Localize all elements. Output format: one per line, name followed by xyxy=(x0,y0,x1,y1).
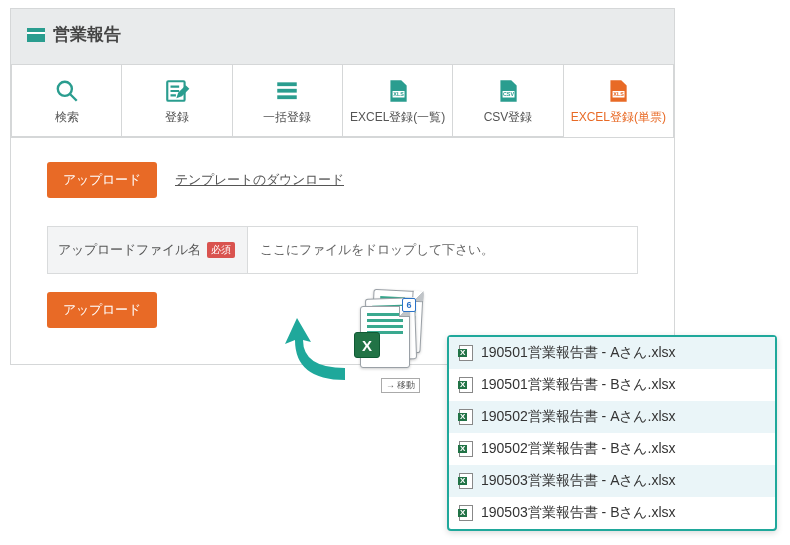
file-name: 190501営業報告書 - Bさん.xlsx xyxy=(481,376,676,394)
xlsx-icon xyxy=(459,377,473,393)
upload-button[interactable]: アップロード xyxy=(47,162,157,198)
svg-text:XLS: XLS xyxy=(393,91,404,97)
xlsx-icon xyxy=(459,441,473,457)
drag-preview: X 6 → 移動 xyxy=(325,300,445,400)
list-icon xyxy=(274,79,300,103)
file-list-popup: 190501営業報告書 - Aさん.xlsx 190501営業報告書 - Bさん… xyxy=(447,335,777,531)
xlsx-icon xyxy=(459,345,473,361)
tab-bulk-register[interactable]: 一括登録 xyxy=(233,64,343,136)
file-item[interactable]: 190501営業報告書 - Bさん.xlsx xyxy=(449,369,775,401)
file-item[interactable]: 190502営業報告書 - Aさん.xlsx xyxy=(449,401,775,433)
file-name: 190502営業報告書 - Bさん.xlsx xyxy=(481,440,676,458)
form-label-text: アップロードファイル名 xyxy=(58,241,201,259)
file-item[interactable]: 190503営業報告書 - Bさん.xlsx xyxy=(449,497,775,529)
svg-rect-3 xyxy=(278,82,298,86)
svg-rect-4 xyxy=(278,89,298,93)
file-count-badge: 6 xyxy=(402,298,416,312)
tab-excel-single[interactable]: XLS EXCEL登録(単票) xyxy=(564,64,674,136)
tab-csv[interactable]: CSV CSV登録 xyxy=(453,64,563,136)
tab-register[interactable]: 登録 xyxy=(122,64,232,136)
xls-icon: XLS xyxy=(385,79,411,103)
search-icon xyxy=(54,79,80,103)
upload-form-row: アップロードファイル名 必須 ここにファイルをドロップして下さい。 xyxy=(47,226,638,274)
excel-badge-icon: X xyxy=(354,332,380,358)
required-badge: 必須 xyxy=(207,242,235,258)
svg-text:XLS: XLS xyxy=(614,91,625,97)
file-item[interactable]: 190503営業報告書 - Aさん.xlsx xyxy=(449,465,775,497)
csv-icon: CSV xyxy=(495,79,521,103)
report-icon xyxy=(27,28,45,42)
file-name: 190501営業報告書 - Aさん.xlsx xyxy=(481,344,676,362)
tabs: 検索 登録 一括登録 XLS EXCEL登録(一覧) CSV CSV登録 xyxy=(11,64,674,137)
edit-icon xyxy=(164,79,190,103)
upload-button-2[interactable]: アップロード xyxy=(47,292,157,328)
svg-line-1 xyxy=(70,94,77,101)
file-name: 190503営業報告書 - Aさん.xlsx xyxy=(481,472,676,490)
xls-icon: XLS xyxy=(605,79,631,103)
tab-label: CSV登録 xyxy=(484,109,533,126)
file-name: 190503営業報告書 - Bさん.xlsx xyxy=(481,504,676,522)
page-title: 営業報告 xyxy=(53,23,121,46)
xlsx-icon xyxy=(459,505,473,521)
file-drop-area[interactable]: ここにファイルをドロップして下さい。 xyxy=(248,227,637,273)
form-label: アップロードファイル名 必須 xyxy=(48,227,248,273)
svg-text:CSV: CSV xyxy=(503,91,515,97)
file-item[interactable]: 190502営業報告書 - Bさん.xlsx xyxy=(449,433,775,465)
drop-arrow-icon xyxy=(275,310,365,393)
xlsx-icon xyxy=(459,409,473,425)
panel-header: 営業報告 xyxy=(11,9,674,64)
drop-hint: ここにファイルをドロップして下さい。 xyxy=(260,242,494,257)
svg-point-0 xyxy=(57,82,71,96)
tab-label: 検索 xyxy=(55,109,79,126)
svg-rect-5 xyxy=(278,95,298,99)
tab-excel-list[interactable]: XLS EXCEL登録(一覧) xyxy=(343,64,453,136)
template-download-link[interactable]: テンプレートのダウンロード xyxy=(175,171,344,189)
tab-search[interactable]: 検索 xyxy=(11,64,122,136)
document-stack-icon: X 6 xyxy=(360,290,420,370)
tab-label: 一括登録 xyxy=(263,109,311,126)
move-cursor-label: → 移動 xyxy=(381,378,420,393)
file-name: 190502営業報告書 - Aさん.xlsx xyxy=(481,408,676,426)
tab-label: EXCEL登録(単票) xyxy=(571,109,666,126)
tab-label: EXCEL登録(一覧) xyxy=(350,109,445,126)
tab-label: 登録 xyxy=(165,109,189,126)
file-item[interactable]: 190501営業報告書 - Aさん.xlsx xyxy=(449,337,775,369)
top-actions: アップロード テンプレートのダウンロード xyxy=(47,162,654,198)
xlsx-icon xyxy=(459,473,473,489)
